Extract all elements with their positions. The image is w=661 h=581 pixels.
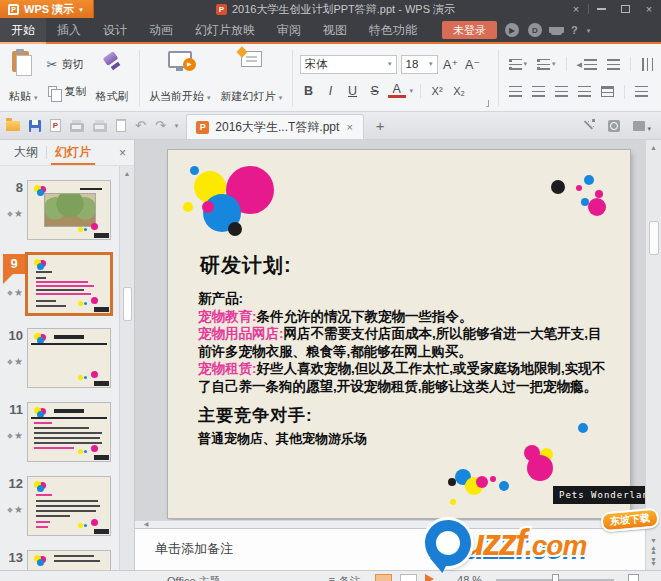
sidebar-scrollbar[interactable]: ▲ [119, 166, 134, 570]
tab-outline[interactable]: 大纲 [8, 140, 44, 165]
slide-thumbnail-10[interactable] [27, 328, 111, 388]
new-slide-button[interactable]: 新建幻灯片 ▾ [218, 47, 286, 109]
fit-to-window-button[interactable] [628, 574, 639, 581]
underline-button[interactable]: U [344, 84, 362, 98]
increase-font-button[interactable]: A⁺ [442, 57, 460, 72]
minimize-button[interactable] [589, 0, 613, 18]
thumb-decoration [34, 481, 52, 493]
export-pdf-icon[interactable]: P [50, 119, 61, 132]
open-folder-icon[interactable] [6, 121, 20, 131]
superscript-button[interactable]: X² [428, 85, 446, 97]
italic-button[interactable]: I [322, 84, 340, 98]
help-icon[interactable]: ? [571, 24, 578, 36]
align-right-button[interactable] [552, 84, 571, 99]
scroll-up-icon[interactable]: ▲ [124, 170, 131, 177]
skin-tshirt-icon[interactable] [551, 27, 562, 35]
layout-panel-icon[interactable] [633, 121, 645, 131]
tab-animation[interactable]: 动画 [138, 18, 184, 42]
tab-view[interactable]: 视图 [312, 18, 358, 42]
increase-indent-button[interactable] [604, 57, 623, 72]
cut-button[interactable]: ✂ 剪切 [45, 56, 89, 73]
close-document-icon[interactable]: × [345, 121, 353, 133]
history-clock-icon[interactable] [608, 120, 620, 132]
align-center-button[interactable] [529, 84, 548, 99]
slide-subtext[interactable]: 普通宠物店、其他宠物游乐场 [198, 430, 367, 448]
play-from-current-button[interactable]: 从当前开始 ▾ [146, 47, 214, 109]
close-tab-icon[interactable]: × [564, 0, 588, 18]
docer-circle-icon[interactable]: D [528, 23, 542, 37]
tab-slides[interactable]: 幻灯片 [49, 140, 97, 165]
theme-name: Office 主题 [167, 571, 221, 581]
tab-slideshow[interactable]: 幻灯片放映 [184, 18, 266, 42]
slideshow-play-icon[interactable] [425, 574, 439, 581]
scrollbar-thumb[interactable] [649, 221, 659, 255]
scroll-up-icon[interactable]: ▲ [650, 144, 657, 151]
normal-view-button[interactable] [375, 574, 392, 581]
redo-icon[interactable]: ↷ [155, 119, 166, 132]
chevron-down-icon[interactable]: ▾ [175, 122, 179, 130]
decrease-font-button[interactable]: A⁻ [464, 57, 482, 72]
slide-thumbnail-11[interactable] [27, 402, 111, 462]
text-direction-button[interactable] [638, 57, 657, 72]
align-left-button[interactable] [506, 84, 525, 99]
font-family-select[interactable]: 宋体 ▾ [300, 55, 397, 74]
document-tab-active[interactable]: P 2016大学生...T答辩.ppt × [186, 114, 363, 139]
tab-design[interactable]: 设计 [92, 18, 138, 42]
close-button[interactable]: × [637, 0, 661, 18]
app-menu-button[interactable]: P WPS 演示 ▾ [0, 0, 94, 18]
thumb-decoration [34, 259, 52, 271]
slide-thumbnail-12[interactable] [27, 476, 111, 536]
slide-canvas[interactable]: 研发计划: 新产品: 宠物教育:条件允许的情况下教宠物一些指令。 宠物用品网店:… [135, 140, 645, 520]
tab-home[interactable]: 开始 [0, 18, 46, 42]
slide-sorter-view-button[interactable] [400, 574, 417, 581]
scrollbar-thumb[interactable] [123, 287, 132, 321]
distribute-button[interactable] [598, 84, 617, 99]
chevron-down-icon[interactable]: ▾ [410, 87, 414, 95]
print-preview-icon[interactable] [93, 123, 107, 132]
chevron-down-icon[interactable]: ▾ [587, 27, 591, 34]
slide-thumbnail-9-selected[interactable] [27, 254, 111, 314]
bold-button[interactable]: B [300, 84, 318, 98]
login-button[interactable]: 未登录 [442, 21, 497, 39]
format-painter-button[interactable]: 格式刷 [93, 47, 132, 109]
bullet-list-button[interactable]: ▾ [506, 57, 531, 72]
numbered-list-icon [537, 59, 550, 70]
slide-thumbnail-8[interactable] [27, 180, 111, 240]
paste-button[interactable]: 粘贴 ▾ [6, 47, 41, 109]
font-color-button[interactable]: A [388, 84, 406, 98]
copy-button[interactable]: 复制 [45, 83, 89, 100]
justify-button[interactable] [575, 84, 594, 99]
font-dialog-launcher-icon[interactable] [486, 100, 490, 107]
zoom-slider-handle[interactable] [552, 574, 559, 581]
subscript-button[interactable]: X₂ [450, 85, 468, 97]
close-panel-icon[interactable]: × [119, 146, 126, 160]
slide-panel: 大纲 幻灯片 × 8 ★ [0, 140, 135, 570]
slide-9-editing-surface[interactable]: 研发计划: 新产品: 宠物教育:条件允许的情况下教宠物一些指令。 宠物用品网店:… [168, 150, 630, 518]
thumb-decoration [94, 307, 109, 312]
maximize-button[interactable] [613, 0, 637, 18]
notes-toggle[interactable]: ≡ 备注 [329, 571, 361, 581]
slide-title[interactable]: 研发计划: [200, 252, 292, 279]
slide-subheading[interactable]: 主要竞争对手: [198, 404, 313, 427]
tab-insert[interactable]: 插入 [46, 18, 92, 42]
tab-review[interactable]: 审阅 [266, 18, 312, 42]
file-preview-icon[interactable] [116, 119, 126, 132]
slide-body-textbox[interactable]: 新产品: 宠物教育:条件允许的情况下教宠物一些指令。 宠物用品网店:网店不需要支… [198, 290, 614, 395]
font-size-select[interactable]: 18 ▾ [401, 55, 438, 74]
play-circle-icon[interactable]: ▶ [505, 23, 519, 37]
strikethrough-button[interactable]: S [366, 84, 384, 98]
tab-special-features[interactable]: 特色功能 [358, 18, 428, 42]
scroll-left-icon[interactable]: ◀ [139, 521, 153, 528]
line-spacing-button[interactable] [632, 84, 651, 99]
slide-thumbnail-row-10: 10 ★ [0, 328, 119, 388]
undo-icon[interactable]: ↶ [135, 119, 146, 132]
save-icon[interactable] [29, 120, 41, 132]
slide-thumbnail-13[interactable] [27, 550, 111, 570]
line-spacing-icon [635, 86, 648, 97]
decrease-indent-button[interactable]: ◀ [574, 57, 600, 72]
magic-wand-icon[interactable] [582, 119, 595, 132]
vertical-scrollbar[interactable]: ▲ ▼ ▲▲ ▼▼ [645, 140, 661, 570]
print-icon[interactable] [70, 123, 84, 132]
numbered-list-button[interactable]: ▾ [534, 57, 559, 72]
new-document-tab-button[interactable]: + [364, 117, 397, 134]
